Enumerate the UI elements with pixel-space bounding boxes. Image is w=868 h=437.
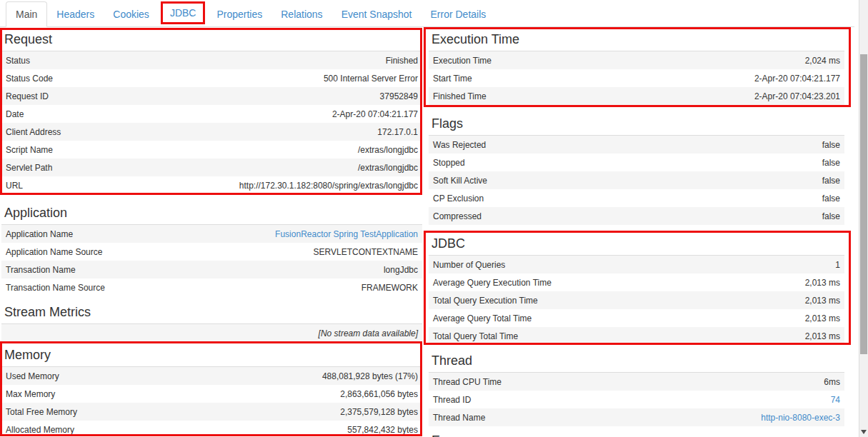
table-row: Total Query Total Time2,013 ms [429, 327, 844, 345]
row-value: 2,013 ms [805, 278, 840, 288]
table-row: Average Query Total Time2,013 ms [429, 309, 844, 327]
row-value: /extras/longjdbc [358, 163, 418, 173]
row-label: Compressed [433, 211, 482, 221]
tab-main[interactable]: Main [6, 1, 47, 27]
section-flags: Flags Was RejectedfalseStoppedfalseSoft … [429, 115, 844, 225]
section-title-request: Request [1, 31, 422, 51]
row-label: Finished Time [433, 91, 487, 101]
row-value: [No stream data available] [319, 328, 418, 338]
table-row: URLhttp://172.30.1.182:8080/spring/extra… [1, 176, 422, 194]
section-title-memory: Memory [1, 346, 422, 367]
row-value: 500 Internal Server Error [324, 74, 418, 84]
table-row: StatusFinished [1, 51, 422, 69]
row-label: Application Name [6, 229, 73, 239]
table-row: Thread CPU Time6ms [429, 373, 844, 391]
table-row: Used Memory488,081,928 bytes (17%) [1, 367, 422, 385]
table-row: Was Rejectedfalse [429, 136, 844, 154]
application-name-link[interactable]: FusionReactor Spring TestApplication [275, 229, 418, 239]
row-value: http://172.30.1.182:8080/spring/extras/l… [239, 181, 418, 191]
scroll-down-arrow-icon[interactable] [860, 429, 867, 435]
row-label: Total Query Total Time [433, 331, 518, 341]
section-title-application: Application [1, 204, 422, 225]
thread-name-link[interactable]: http-nio-8080-exec-3 [761, 413, 840, 423]
tab-event-snapshot[interactable]: Event Snapshot [332, 2, 421, 26]
thread-id-link[interactable]: 74 [831, 395, 840, 405]
section-title-error: Error [429, 432, 844, 437]
tab-jdbc[interactable]: JDBC [161, 1, 206, 24]
section-thread: Thread Thread CPU Time6msThread ID74Thre… [429, 352, 844, 426]
section-execution-time: Execution Time Execution Time2,024 msSta… [429, 31, 844, 105]
row-value: 2,013 ms [805, 313, 840, 323]
table-row: Transaction NamelongJdbc [1, 261, 422, 278]
table-row: CP Exclusionfalse [429, 189, 844, 207]
row-label: Number of Queries [433, 260, 505, 270]
row-value: 2-Apr-20 07:04:23.201 [754, 91, 840, 101]
row-value: 1 [835, 260, 840, 270]
table-row: Status Code500 Internal Server Error [1, 69, 422, 87]
table-row: Start Time2-Apr-20 07:04:21.177 [429, 69, 844, 87]
row-value: Finished [386, 56, 418, 66]
row-label: Start Time [433, 74, 472, 84]
row-label: Average Query Total Time [433, 313, 532, 323]
section-title-execution-time: Execution Time [429, 31, 844, 51]
right-column: Execution Time Execution Time2,024 msSta… [429, 27, 844, 437]
tab-relations[interactable]: Relations [271, 2, 331, 26]
scrollbar-thumb[interactable] [860, 54, 867, 354]
row-label: Thread Name [433, 413, 485, 423]
row-label: Client Address [6, 127, 61, 137]
row-label: Thread CPU Time [433, 377, 502, 387]
row-label: Used Memory [6, 371, 59, 381]
table-row: Client Address172.17.0.1 [1, 123, 422, 141]
row-label: Max Memory [6, 389, 55, 399]
row-label: CP Exclusion [433, 194, 484, 204]
row-label: Status Code [6, 74, 53, 84]
table-row: Thread Namehttp-nio-8080-exec-3 [429, 408, 844, 426]
table-row: Servlet Path/extras/longjdbc [1, 159, 422, 176]
section-application: Application Application NameFusionReacto… [1, 204, 422, 296]
table-row: Compressedfalse [429, 207, 844, 225]
row-label: Execution Time [433, 56, 492, 66]
row-label: Status [6, 56, 30, 66]
tab-headers[interactable]: Headers [47, 2, 104, 26]
row-value: 2,013 ms [805, 331, 840, 341]
table-row: Script Name/extras/longjdbc [1, 141, 422, 159]
section-title-thread: Thread [429, 352, 844, 373]
table-row: [No stream data available] [1, 324, 422, 342]
tab-properties[interactable]: Properties [207, 2, 271, 26]
table-row: Thread ID74 [429, 391, 844, 408]
row-value: 2,013 ms [805, 296, 840, 306]
row-value: 2-Apr-20 07:04:21.177 [332, 109, 418, 119]
row-value: false [822, 176, 840, 186]
table-row: Number of Queries1 [429, 256, 844, 273]
section-title-jdbc: JDBC [429, 235, 844, 256]
row-value: 2,863,661,056 bytes [340, 389, 418, 399]
row-label: Date [6, 109, 24, 119]
row-value: /extras/longjdbc [358, 145, 418, 155]
row-label: Total Free Memory [6, 407, 77, 417]
row-label: Request ID [6, 91, 49, 101]
row-label: Was Rejected [433, 140, 486, 150]
table-row: Request ID37952849 [1, 87, 422, 105]
table-row: Finished Time2-Apr-20 07:04:23.201 [429, 87, 844, 105]
section-request: Request StatusFinishedStatus Code500 Int… [1, 31, 422, 194]
table-row: Date2-Apr-20 07:04:21.177 [1, 105, 422, 123]
scrollbar[interactable] [859, 0, 868, 437]
row-value: SERVLETCONTEXTNAME [314, 247, 418, 257]
tab-cookies[interactable]: Cookies [104, 2, 159, 26]
row-label: Servlet Path [6, 163, 52, 173]
table-row: Soft Kill Activefalse [429, 171, 844, 189]
row-label: Application Name Source [6, 247, 102, 257]
table-row: Allocated Memory557,842,432 bytes [1, 421, 422, 437]
table-row: Application Name SourceSERVLETCONTEXTNAM… [1, 243, 422, 261]
section-title-flags: Flags [429, 115, 844, 136]
row-value: 488,081,928 bytes (17%) [322, 371, 418, 381]
row-value: 6ms [824, 377, 840, 387]
section-title-stream-metrics: Stream Metrics [1, 303, 422, 324]
table-row: Total Query Execution Time2,013 ms [429, 291, 844, 309]
tab-error-details[interactable]: Error Details [421, 2, 495, 26]
row-value: FRAMEWORK [361, 283, 418, 293]
row-value: false [822, 211, 840, 221]
table-row: Application NameFusionReactor Spring Tes… [1, 225, 422, 243]
row-value: 2,375,579,128 bytes [340, 407, 418, 417]
row-value: 2,024 ms [805, 56, 840, 66]
